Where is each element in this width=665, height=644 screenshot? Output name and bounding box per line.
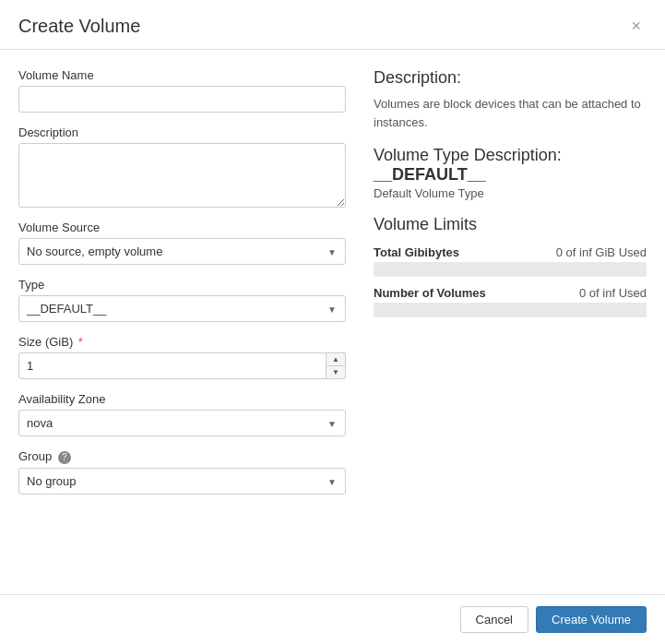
modal-header: Create Volume × xyxy=(0,0,665,50)
number-of-volumes-row: Number of Volumes 0 of inf Used xyxy=(374,286,647,317)
close-button[interactable]: × xyxy=(625,15,647,38)
total-gibibytes-header: Total Gibibytes 0 of inf GiB Used xyxy=(374,245,647,259)
left-panel: Volume Name Description Volume Source No… xyxy=(18,68,346,576)
volume-type-title: Volume Type Description: xyxy=(374,146,562,164)
type-select-wrapper: __DEFAULT__ ▼ xyxy=(18,295,346,322)
volume-source-group: Volume Source No source, empty volume ▼ xyxy=(18,221,346,265)
total-gibibytes-row: Total Gibibytes 0 of inf GiB Used xyxy=(374,245,647,277)
type-label: Type xyxy=(18,278,346,292)
total-gibibytes-bar xyxy=(374,262,647,277)
right-panel: Description: Volumes are block devices t… xyxy=(364,68,647,576)
size-spinner-buttons: ▲ ▼ xyxy=(326,352,346,379)
group-label: Group ? xyxy=(18,449,346,464)
volume-name-label: Volume Name xyxy=(18,68,346,82)
modal-footer: Cancel Create Volume xyxy=(0,594,665,644)
create-volume-button[interactable]: Create Volume xyxy=(536,606,647,633)
size-label: Size (GiB) * xyxy=(18,335,346,349)
size-spinner-wrapper: ▲ ▼ xyxy=(18,352,346,379)
description-label: Description xyxy=(18,125,346,139)
total-gibibytes-value: 0 of inf GiB Used xyxy=(556,245,647,259)
group-help-icon[interactable]: ? xyxy=(58,451,71,464)
group-group: Group ? No group ▼ xyxy=(18,449,346,495)
number-of-volumes-value: 0 of inf Used xyxy=(579,286,647,300)
number-of-volumes-header: Number of Volumes 0 of inf Used xyxy=(374,286,647,300)
description-section-text: Volumes are block devices that can be at… xyxy=(374,95,647,131)
description-input[interactable] xyxy=(18,143,346,208)
volume-type-section: Volume Type Description: __DEFAULT__ Def… xyxy=(374,146,647,200)
number-of-volumes-bar xyxy=(374,303,647,317)
total-gibibytes-label: Total Gibibytes xyxy=(374,245,459,259)
required-star: * xyxy=(75,335,83,349)
volume-name-input[interactable] xyxy=(18,86,346,113)
volume-name-group: Volume Name xyxy=(18,68,346,113)
availability-zone-group: Availability Zone nova ▼ xyxy=(18,392,346,436)
availability-zone-select[interactable]: nova xyxy=(18,410,346,436)
volume-source-label: Volume Source xyxy=(18,221,346,234)
description-section-title: Description: xyxy=(374,68,647,88)
size-group: Size (GiB) * ▲ ▼ xyxy=(18,335,346,379)
group-select[interactable]: No group xyxy=(18,468,346,495)
cancel-button[interactable]: Cancel xyxy=(460,606,528,633)
create-volume-modal: Create Volume × Volume Name Description … xyxy=(0,0,665,644)
type-group: Type __DEFAULT__ ▼ xyxy=(18,278,346,322)
availability-zone-select-wrapper: nova ▼ xyxy=(18,410,346,436)
volume-type-name: __DEFAULT__ xyxy=(374,165,486,184)
type-select[interactable]: __DEFAULT__ xyxy=(18,295,346,322)
volume-type-desc: Default Volume Type xyxy=(374,186,647,200)
size-decrement-button[interactable]: ▼ xyxy=(326,365,346,379)
size-increment-button[interactable]: ▲ xyxy=(326,352,346,365)
description-group: Description xyxy=(18,125,346,208)
modal-body: Volume Name Description Volume Source No… xyxy=(0,50,665,594)
volume-limits-title: Volume Limits xyxy=(374,215,647,234)
size-input[interactable] xyxy=(18,352,346,379)
group-select-wrapper: No group ▼ xyxy=(18,468,346,495)
volume-source-select-wrapper: No source, empty volume ▼ xyxy=(18,238,346,265)
number-of-volumes-label: Number of Volumes xyxy=(374,286,486,300)
modal-title: Create Volume xyxy=(18,16,140,37)
availability-zone-label: Availability Zone xyxy=(18,392,346,406)
volume-source-select[interactable]: No source, empty volume xyxy=(18,238,346,265)
